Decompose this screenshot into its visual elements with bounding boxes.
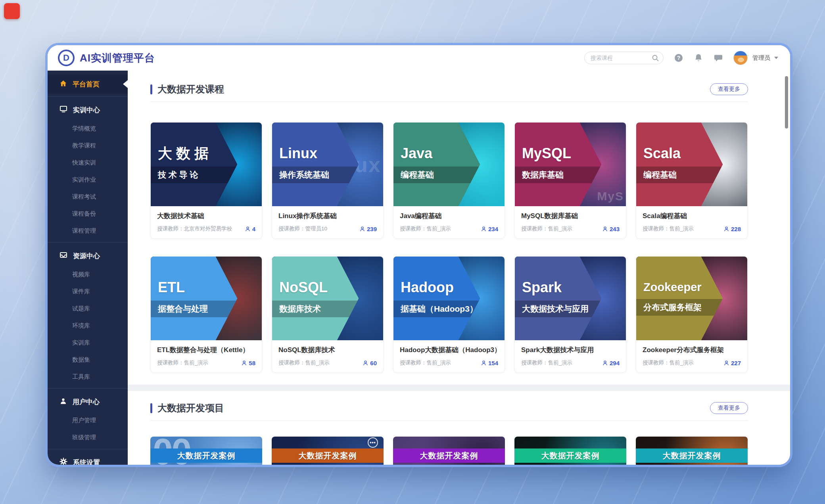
project-cover: 大数据开发案例: [514, 437, 626, 465]
user-name[interactable]: 管理员: [752, 54, 770, 62]
cover-arrow: Spark 大数据技术与应用: [515, 257, 601, 340]
sidebar-item[interactable]: 课程考试: [48, 188, 128, 205]
svg-text:?: ?: [677, 55, 681, 61]
sidebar-item[interactable]: 班级管理: [48, 429, 128, 446]
user-count-icon: [363, 360, 368, 366]
project-banner: 大数据开发案例: [393, 448, 505, 463]
project-card[interactable]: 00 大数据开发案例: [150, 437, 262, 465]
bell-icon[interactable]: [694, 53, 703, 63]
sidebar-item-home[interactable]: 平台首页: [48, 75, 128, 94]
home-icon: [59, 80, 67, 89]
sidebar-item[interactable]: 课件库: [48, 283, 128, 300]
course-card-grid: 大 数 据 技 术 导 论 大数据技术基础 授课教师：北京市对外贸易学校教...…: [150, 122, 748, 373]
sidebar-item[interactable]: 学情概览: [48, 120, 128, 137]
sidebar-section-users[interactable]: 用户中心: [48, 391, 128, 412]
cover-arrow: ETL 据整合与处理: [151, 257, 237, 340]
sidebar-section-settings[interactable]: 系统设置: [48, 452, 128, 465]
sidebar-item[interactable]: 工具库: [48, 368, 128, 385]
course-count: 294: [610, 360, 620, 366]
project-card[interactable]: 大数据开发案例: [272, 437, 384, 465]
project-card[interactable]: 大数据开发案例: [514, 437, 626, 465]
sidebar-item[interactable]: 环境库: [48, 317, 128, 334]
course-card[interactable]: Scala 编程基础 Scala编程基础 授课教师：售前_演示 228: [636, 122, 748, 239]
course-count: 58: [249, 360, 255, 366]
user-count-icon: [481, 360, 487, 366]
course-cover: ETL 据整合与处理: [151, 257, 262, 340]
course-card[interactable]: Zookeeper 分布式服务框架 Zookeeper分布式服务框架 授课教师：…: [636, 256, 748, 373]
course-title: 大数据技术基础: [157, 211, 255, 220]
help-icon[interactable]: ?: [674, 53, 683, 63]
project-banner: 大数据开发案例: [272, 448, 384, 463]
cover-arrow: Zookeeper 分布式服务框架: [636, 257, 723, 340]
course-cover: Hadoop 据基础（Hadoop3）: [393, 257, 505, 340]
course-teacher: 授课教师：售前_演示: [278, 359, 330, 366]
course-count: 154: [488, 360, 498, 366]
course-title: Zookeeper分布式服务框架: [643, 345, 741, 355]
project-card[interactable]: 大数据开发案例: [393, 437, 505, 465]
chevron-down-icon[interactable]: [774, 57, 778, 59]
chat-icon[interactable]: [714, 53, 723, 63]
app-logo-icon: D: [58, 50, 75, 66]
view-more-button[interactable]: 查看更多: [710, 402, 748, 414]
sidebar-item[interactable]: 实训作业: [48, 171, 128, 188]
course-card[interactable]: 大 数 据 技 术 导 论 大数据技术基础 授课教师：北京市对外贸易学校教...…: [150, 122, 262, 239]
cover-arrow: Linux 操作系统基础: [272, 123, 359, 206]
course-card[interactable]: ETL 据整合与处理 ETL数据整合与处理（Kettle） 授课教师：售前_演示…: [150, 256, 262, 373]
view-more-button[interactable]: 查看更多: [710, 83, 748, 95]
avatar[interactable]: [733, 51, 748, 65]
sidebar-item[interactable]: 数据集: [48, 351, 128, 368]
user-count-icon: [481, 226, 487, 232]
course-teacher: 授课教师：售前_演示: [400, 225, 451, 232]
sidebar-item[interactable]: 视频库: [48, 266, 128, 283]
project-card[interactable]: 大数据开发案例: [636, 437, 748, 465]
course-teacher: 授课教师：售前_演示: [400, 359, 451, 366]
course-card[interactable]: inux Linux 操作系统基础 Linux操作系统基础 授课教师：管理员10…: [272, 122, 384, 239]
more-options-icon[interactable]: [368, 437, 378, 448]
cover-arrow: NoSQL 数据库技术: [272, 257, 359, 340]
course-teacher: 授课教师：管理员10: [278, 225, 327, 232]
main-content: 大数据开发课程 查看更多 大 数 据 技 术 导 论: [128, 71, 790, 465]
sidebar-item[interactable]: 用户管理: [48, 412, 128, 429]
monitor-icon: [59, 105, 67, 115]
section-title: 大数据开发课程: [157, 83, 224, 96]
project-card-grid: 00 大数据开发案例 大数据开发案例: [150, 437, 748, 465]
sidebar-item[interactable]: 快速实训: [48, 154, 128, 171]
project-cover: 大数据开发案例: [272, 437, 384, 465]
scrollbar-thumb[interactable]: [785, 76, 788, 128]
project-banner: 大数据开发案例: [150, 448, 262, 463]
cover-arrow: MySQL 数据库基础: [515, 123, 601, 206]
course-title: Scala编程基础: [643, 211, 741, 220]
course-card[interactable]: Spark 大数据技术与应用 Spark大数据技术与应用 授课教师：售前_演示 …: [514, 256, 626, 373]
cover-arrow: 大 数 据 技 术 导 论: [151, 123, 237, 206]
sidebar-item[interactable]: 试题库: [48, 300, 128, 317]
sidebar-section-training[interactable]: 实训中心: [48, 100, 128, 120]
course-count: 239: [367, 226, 377, 232]
section-divider-band: [128, 385, 790, 391]
course-title: Java编程基础: [400, 211, 498, 220]
app-title: AI实训管理平台: [80, 51, 155, 65]
cover-arrow: Scala 编程基础: [636, 123, 723, 206]
course-card[interactable]: Hadoop 据基础（Hadoop3） Hadoop大数据基础（Hadoop3）…: [393, 256, 505, 373]
course-card[interactable]: MyS MySQL 数据库基础 MySQL数据库基础 授课教师：售前_演示 24…: [514, 122, 626, 239]
sidebar-item[interactable]: 实训库: [48, 334, 128, 351]
project-cover: 00 大数据开发案例: [150, 437, 262, 465]
course-card[interactable]: NoSQL 数据库技术 NoSQL数据库技术 授课教师：售前_演示 60: [272, 256, 384, 373]
course-title: Spark大数据技术与应用: [521, 345, 620, 355]
course-count: 60: [370, 360, 377, 366]
desktop-red-icon[interactable]: [4, 3, 20, 19]
sidebar-section-resources[interactable]: 资源中心: [48, 245, 128, 266]
course-title: Linux操作系统基础: [278, 211, 377, 220]
course-section: 大数据开发课程 查看更多 大 数 据 技 术 导 论: [128, 71, 790, 373]
project-section: 大数据开发项目 查看更多 00 大数据开发案例: [128, 391, 790, 465]
sidebar: 平台首页 实训中心 学情概览 教学课程 快速实训 实训作业 课程考试 课程备份 …: [48, 71, 128, 465]
course-card[interactable]: Java 编程基础 Java编程基础 授课教师：售前_演示 234: [393, 122, 505, 239]
course-title: ETL数据整合与处理（Kettle）: [157, 345, 255, 355]
course-cover: Spark 大数据技术与应用: [515, 257, 626, 340]
sidebar-item[interactable]: 课程管理: [48, 222, 128, 240]
sidebar-item[interactable]: 课程备份: [48, 205, 128, 222]
course-count: 228: [731, 226, 741, 232]
project-banner: 大数据开发案例: [514, 448, 626, 463]
desktop-wallpaper: D AI实训管理平台 ? 管理员: [0, 0, 825, 504]
sidebar-item[interactable]: 教学课程: [48, 137, 128, 154]
search-icon[interactable]: [651, 54, 659, 63]
